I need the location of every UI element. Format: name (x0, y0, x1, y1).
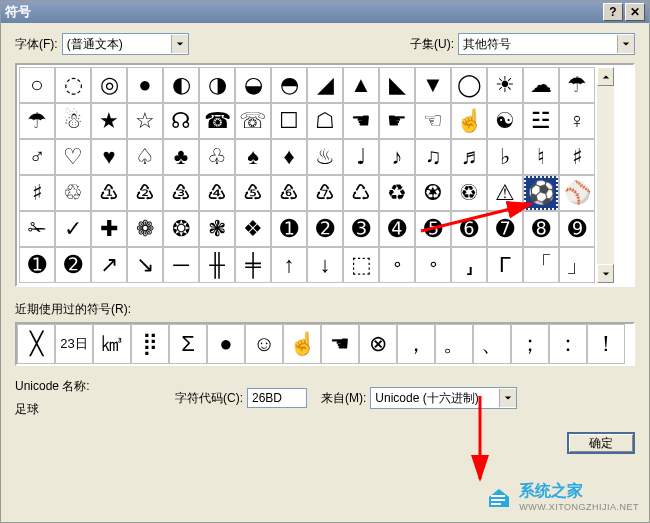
symbol-cell[interactable]: ▲ (343, 67, 379, 103)
symbol-cell[interactable]: ♤ (127, 139, 163, 175)
subset-combo[interactable] (458, 33, 635, 55)
symbol-cell[interactable]: ╫ (199, 247, 235, 283)
symbol-cell[interactable]: ◎ (91, 67, 127, 103)
symbol-cell[interactable]: ♭ (487, 139, 523, 175)
recent-cell[interactable]: ： (549, 324, 587, 364)
symbol-cell[interactable]: ☖ (307, 103, 343, 139)
symbol-cell[interactable]: ☛ (379, 103, 415, 139)
scroll-up-button[interactable] (597, 67, 614, 86)
symbol-cell[interactable]: ♡ (55, 139, 91, 175)
symbol-cell[interactable]: ✓ (55, 211, 91, 247)
symbol-cell[interactable]: ♪ (379, 139, 415, 175)
recent-cell[interactable]: ！ (587, 324, 625, 364)
scroll-down-button[interactable] (597, 264, 614, 283)
symbol-cell[interactable]: ❂ (163, 211, 199, 247)
symbol-cell[interactable]: ♳ (91, 175, 127, 211)
symbol-cell[interactable]: ○ (19, 67, 55, 103)
chevron-down-icon[interactable] (617, 35, 634, 53)
symbol-cell[interactable]: ❃ (199, 211, 235, 247)
symbol-cell[interactable]: ☐ (271, 103, 307, 139)
symbol-cell[interactable]: ✚ (91, 211, 127, 247)
symbol-cell[interactable]: ◐ (163, 67, 199, 103)
symbol-cell[interactable]: Γ (487, 247, 523, 283)
recent-cell[interactable]: ● (207, 324, 245, 364)
symbol-cell[interactable]: ☏ (235, 103, 271, 139)
symbol-cell[interactable]: ☳ (523, 103, 559, 139)
symbol-cell[interactable]: ⸥ (451, 247, 487, 283)
recent-cell[interactable]: 、 (473, 324, 511, 364)
symbol-cell[interactable]: ♹ (307, 175, 343, 211)
symbol-cell[interactable]: ● (127, 67, 163, 103)
symbol-cell[interactable]: ♧ (199, 139, 235, 175)
symbol-cell[interactable]: ⚠ (487, 175, 523, 211)
symbol-cell[interactable]: ♻ (379, 175, 415, 211)
symbol-cell[interactable]: ☯ (487, 103, 523, 139)
symbol-cell[interactable]: ➌ (343, 211, 379, 247)
symbol-cell[interactable]: ♮ (523, 139, 559, 175)
symbol-cell[interactable]: ☂ (559, 67, 595, 103)
symbol-cell[interactable]: ─ (163, 247, 199, 283)
symbol-cell[interactable]: ⚽ (523, 175, 559, 211)
symbol-cell[interactable]: ➍ (379, 211, 415, 247)
symbol-cell[interactable]: ☝ (451, 103, 487, 139)
symbol-cell[interactable]: ★ (91, 103, 127, 139)
recent-cell[interactable]: 23日 (55, 324, 93, 364)
recent-cell[interactable]: ⊗ (359, 324, 397, 364)
symbol-cell[interactable]: ☂ (19, 103, 55, 139)
symbol-cell[interactable]: ♺ (343, 175, 379, 211)
recent-cell[interactable]: ☺ (245, 324, 283, 364)
symbol-cell[interactable]: ➊ (271, 211, 307, 247)
symbol-cell[interactable]: ↑ (271, 247, 307, 283)
recent-cell[interactable]: ╳ (17, 324, 55, 364)
from-input[interactable] (371, 389, 499, 407)
symbol-cell[interactable]: ➊ (19, 247, 55, 283)
symbol-cell[interactable]: ♨ (307, 139, 343, 175)
symbol-cell[interactable]: ♣ (163, 139, 199, 175)
recent-cell[interactable]: 。 (435, 324, 473, 364)
symbol-cell[interactable]: ▼ (415, 67, 451, 103)
symbol-cell[interactable]: ♫ (415, 139, 451, 175)
symbol-cell[interactable]: ♸ (271, 175, 307, 211)
symbol-cell[interactable]: ♴ (127, 175, 163, 211)
chevron-down-icon[interactable] (499, 389, 516, 407)
from-combo[interactable] (370, 387, 517, 409)
symbol-cell[interactable]: ◓ (271, 67, 307, 103)
symbol-cell[interactable]: ♩ (343, 139, 379, 175)
recent-cell[interactable]: ⡿ (131, 324, 169, 364)
symbol-cell[interactable]: ➎ (415, 211, 451, 247)
symbol-cell[interactable]: ◯ (451, 67, 487, 103)
symbol-cell[interactable]: ◒ (235, 67, 271, 103)
symbol-cell[interactable]: ♀ (559, 103, 595, 139)
char-code-input[interactable] (247, 388, 307, 408)
font-input[interactable] (63, 35, 171, 53)
symbol-cell[interactable]: ♵ (163, 175, 199, 211)
subset-input[interactable] (459, 35, 617, 53)
symbol-cell[interactable]: ╪ (235, 247, 271, 283)
recent-cell[interactable]: ☚ (321, 324, 359, 364)
symbol-cell[interactable]: ❖ (235, 211, 271, 247)
scrollbar[interactable] (597, 67, 614, 283)
symbol-cell[interactable]: ❁ (127, 211, 163, 247)
scroll-track[interactable] (597, 86, 614, 264)
recent-cell[interactable]: ㎦ (93, 324, 131, 364)
symbol-cell[interactable]: ✁ (19, 211, 55, 247)
symbol-cell[interactable]: ◌ (55, 67, 91, 103)
symbol-cell[interactable]: ↗ (91, 247, 127, 283)
symbol-cell[interactable]: ♶ (199, 175, 235, 211)
symbol-cell[interactable]: ☚ (343, 103, 379, 139)
symbol-cell[interactable]: ♽ (451, 175, 487, 211)
recent-cell[interactable]: Σ (169, 324, 207, 364)
symbol-cell[interactable]: ⸰ (415, 247, 451, 283)
symbol-cell[interactable]: ♥ (91, 139, 127, 175)
symbol-cell[interactable]: ➐ (487, 211, 523, 247)
recent-cell[interactable]: ☝ (283, 324, 321, 364)
symbol-cell[interactable]: ➒ (559, 211, 595, 247)
symbol-cell[interactable]: ➋ (307, 211, 343, 247)
recent-cell[interactable]: ； (511, 324, 549, 364)
symbol-cell[interactable]: ☜ (415, 103, 451, 139)
font-combo[interactable] (62, 33, 189, 55)
symbol-cell[interactable]: ☁ (523, 67, 559, 103)
symbol-cell[interactable]: ◣ (379, 67, 415, 103)
help-button[interactable]: ? (603, 3, 623, 21)
symbol-cell[interactable]: ☊ (163, 103, 199, 139)
